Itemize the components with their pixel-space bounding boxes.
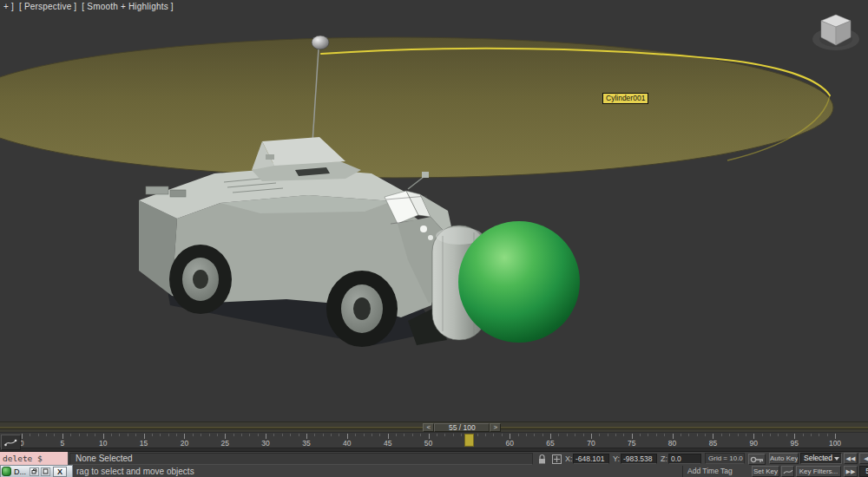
- set-key-button[interactable]: Set Key: [752, 466, 779, 477]
- ruler-tick: [119, 434, 120, 436]
- ruler-tick: [567, 434, 568, 436]
- ruler-tick: [168, 434, 169, 436]
- ruler-tick: [160, 434, 161, 436]
- restore-icon: [31, 468, 37, 474]
- ruler-tick: [46, 434, 47, 436]
- ruler-tick: [485, 434, 486, 436]
- ruler-tick: [420, 434, 421, 436]
- ruler-tick-label: 10: [99, 439, 107, 448]
- ruler-tick-label: 85: [709, 439, 717, 448]
- ruler-tick: [331, 434, 332, 436]
- transform-type-in-toggle[interactable]: [549, 454, 563, 465]
- timeline-ruler[interactable]: 0510152025303540455055606570758085909510…: [0, 432, 868, 451]
- set-keys-button[interactable]: [748, 454, 766, 465]
- ruler-tick: [379, 434, 380, 436]
- ruler-tick-label: 15: [140, 439, 148, 448]
- ruler-tick: [648, 434, 648, 436]
- ruler-tick: [79, 434, 80, 436]
- close-window-button[interactable]: X: [53, 467, 67, 477]
- ruler-tick: [697, 434, 698, 436]
- auto-key-button[interactable]: Auto Key: [769, 453, 799, 464]
- ruler-tick: [290, 434, 291, 436]
- next-frame-button[interactable]: >: [490, 423, 501, 432]
- ruler-tick: [95, 434, 95, 436]
- mini-curve-editor-button[interactable]: [1, 435, 21, 450]
- ruler-tick: [412, 434, 413, 436]
- ruler-tick: [209, 434, 210, 436]
- go-to-start-button[interactable]: ◀◀: [844, 453, 858, 464]
- y-coordinate-input[interactable]: [621, 454, 657, 464]
- ruler-tick-label: 45: [384, 439, 391, 448]
- maxscript-macro-recorder[interactable]: delete $: [0, 452, 68, 465]
- ruler-tick: [176, 434, 177, 436]
- viewport-menu-pov[interactable]: [ Perspective ]: [19, 2, 76, 11]
- prompt-line: rag to select and move objects: [76, 467, 194, 476]
- current-frame-field[interactable]: 55: [859, 466, 868, 477]
- maximize-window-button[interactable]: [41, 467, 50, 476]
- ruler-tick: [314, 434, 315, 436]
- ruler-tick: [534, 434, 535, 436]
- viewport-menu-general[interactable]: + ]: [3, 2, 14, 11]
- minimized-window-titlebar[interactable]: D... X: [0, 465, 73, 477]
- ruler-tick: [54, 434, 55, 436]
- ruler-tick: [477, 434, 478, 436]
- ruler-tick: [493, 434, 494, 436]
- ruler-tick-label: 40: [343, 439, 351, 448]
- app-icon: [2, 467, 11, 476]
- cylinder001-object[interactable]: [0, 37, 833, 178]
- transform-gizmo-icon: [551, 454, 562, 465]
- selection-set-dropdown[interactable]: Selected: [800, 453, 842, 464]
- ruler-tick: [623, 434, 624, 436]
- ruler-tick: [258, 434, 259, 436]
- previous-key-button[interactable]: ◀: [859, 453, 868, 464]
- ruler-tick: [201, 434, 201, 436]
- ruler-tick: [241, 434, 242, 436]
- curve-editor-icon: [4, 438, 17, 448]
- front-wheel: [326, 271, 398, 347]
- selection-lock-toggle[interactable]: [536, 454, 549, 465]
- ruler-tick: [461, 434, 462, 436]
- key-filters-button[interactable]: Key Filters...: [796, 466, 841, 477]
- viewport-menu-shading[interactable]: [ Smooth + Highlights ]: [82, 2, 173, 11]
- perspective-viewport[interactable]: + ] [ Perspective ] [ Smooth + Highlight…: [0, 0, 868, 421]
- ruler-tick: [282, 434, 283, 436]
- ruler-tick: [152, 434, 153, 436]
- ruler-tick: [217, 434, 218, 436]
- z-coordinate-input[interactable]: [668, 454, 701, 464]
- ruler-tick: [778, 434, 779, 436]
- ruler-tick-label: 35: [302, 439, 310, 448]
- sphere-object[interactable]: [458, 221, 580, 343]
- timeline-playhead[interactable]: [464, 434, 474, 447]
- ruler-tick-label: 60: [505, 439, 513, 448]
- previous-frame-button[interactable]: <: [423, 423, 434, 432]
- ruler-tick-label: 65: [546, 439, 554, 448]
- viewport-label: + ] [ Perspective ] [ Smooth + Highlight…: [3, 2, 176, 11]
- ruler-tick: [518, 434, 519, 436]
- ruler-tick-label: 100: [829, 439, 841, 448]
- ruler-tick-label: 25: [221, 439, 229, 448]
- viewcube[interactable]: [812, 15, 859, 50]
- ruler-tick: [364, 434, 365, 436]
- ruler-tick: [746, 434, 746, 436]
- x-coordinate-input[interactable]: [573, 454, 609, 464]
- restore-window-button[interactable]: [30, 467, 39, 476]
- new-key-filter-button[interactable]: [781, 466, 794, 477]
- ruler-tick: [135, 434, 136, 436]
- ruler-tick: [323, 434, 324, 436]
- ruler-tick: [827, 434, 828, 436]
- ruler-tick: [599, 434, 600, 436]
- key-icon: [750, 455, 764, 464]
- time-slider-track[interactable]: < 55 / 100 >: [0, 421, 868, 432]
- ruler-tick: [770, 434, 771, 436]
- go-to-end-button[interactable]: ▶▶: [844, 466, 858, 477]
- scene-canvas: [0, 0, 868, 421]
- frame-display[interactable]: 55 / 100: [434, 423, 490, 432]
- ruler-tick: [128, 434, 128, 436]
- ruler-tick: [299, 434, 299, 436]
- ruler-tick: [656, 434, 657, 436]
- object-name-tooltip: Cylinder001: [602, 93, 648, 104]
- ruler-tick: [30, 434, 30, 436]
- time-slider-handle[interactable]: < 55 / 100 >: [423, 423, 501, 432]
- ruler-tick: [664, 434, 665, 436]
- add-time-tag[interactable]: Add Time Tag: [682, 466, 746, 477]
